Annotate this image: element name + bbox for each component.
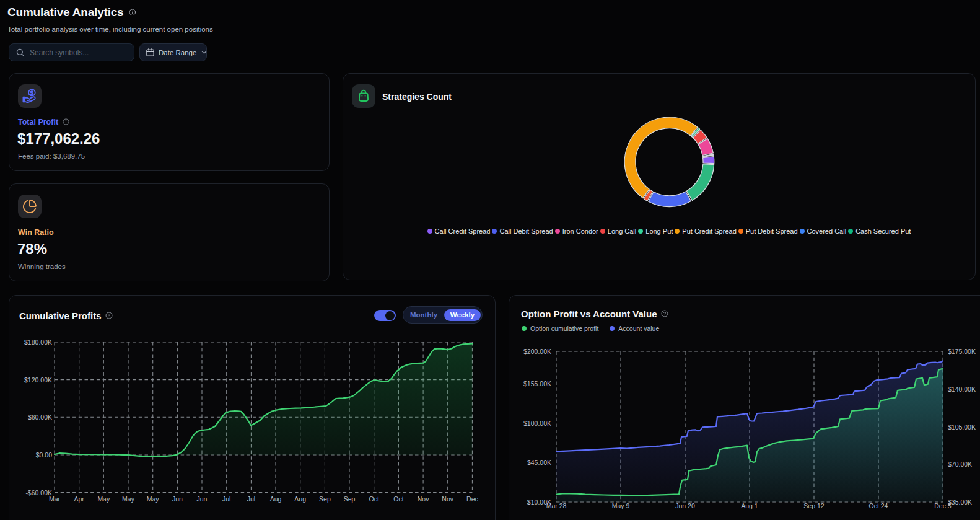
svg-text:Aug 1: Aug 1	[741, 502, 758, 509]
svg-text:$70.00K: $70.00K	[948, 461, 972, 468]
svg-text:$180.00K: $180.00K	[24, 338, 52, 346]
svg-text:Nov: Nov	[418, 495, 429, 503]
svg-text:-$60.00K: -$60.00K	[25, 489, 52, 496]
svg-text:$0.00: $0.00	[36, 451, 52, 459]
svg-text:$105.00K: $105.00K	[948, 423, 976, 431]
svg-text:Sep 12: Sep 12	[803, 502, 824, 509]
svg-text:Oct: Oct	[393, 495, 403, 503]
svg-text:-$10.00K: -$10.00K	[525, 498, 551, 506]
svg-text:Jul: Jul	[247, 495, 255, 503]
svg-text:Sep: Sep	[319, 495, 331, 503]
svg-text:$120.00K: $120.00K	[24, 376, 52, 384]
svg-text:May: May	[147, 495, 160, 503]
svg-text:Oct: Oct	[369, 495, 379, 503]
svg-text:$155.00K: $155.00K	[523, 380, 551, 387]
svg-text:Oct 24: Oct 24	[869, 502, 888, 509]
svg-text:$100.00K: $100.00K	[523, 420, 551, 427]
svg-text:$140.00K: $140.00K	[948, 386, 976, 393]
svg-text:$200.00K: $200.00K	[523, 348, 551, 355]
svg-text:Dec: Dec	[466, 495, 478, 503]
svg-text:Jun 20: Jun 20	[675, 502, 695, 509]
svg-text:$45.00K: $45.00K	[527, 459, 551, 466]
svg-text:$60.00K: $60.00K	[28, 413, 52, 421]
svg-text:$35.00K: $35.00K	[948, 498, 972, 506]
svg-text:May: May	[97, 495, 110, 503]
svg-text:Jul: Jul	[222, 495, 230, 503]
svg-text:May 9: May 9	[612, 502, 630, 509]
svg-text:Jun: Jun	[172, 495, 183, 503]
svg-text:Jun: Jun	[197, 495, 208, 503]
svg-text:Apr: Apr	[74, 495, 85, 503]
svg-text:Aug: Aug	[294, 495, 306, 503]
svg-text:Sep: Sep	[344, 495, 356, 503]
svg-text:Aug: Aug	[270, 495, 282, 503]
svg-text:May: May	[122, 495, 135, 503]
svg-text:$175.00K: $175.00K	[948, 348, 976, 355]
svg-text:Nov: Nov	[442, 495, 453, 503]
